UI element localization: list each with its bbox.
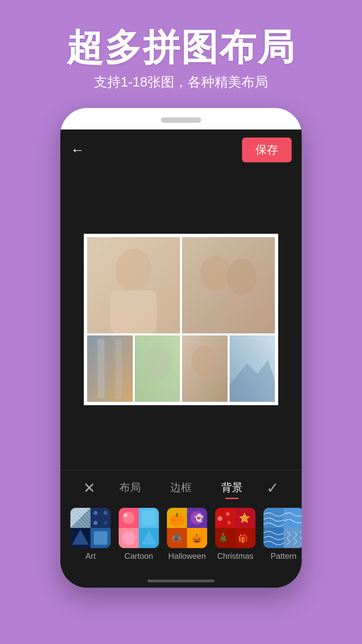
svg-text:🎃: 🎃 [191,533,203,544]
theme-halloween-label: Halloween [168,551,206,561]
svg-point-22 [104,511,108,515]
tab-background[interactable]: 背景 [216,478,248,497]
theme-halloween[interactable]: 👻 🕷️ 🎃 Halloween [167,508,207,561]
home-bar-line [147,580,215,582]
svg-text:⭐: ⭐ [239,513,250,524]
theme-art-thumbnail [70,508,111,548]
collage-cell-1[interactable] [87,237,180,333]
svg-point-24 [104,521,108,525]
svg-rect-54 [284,528,302,548]
svg-rect-10 [98,339,105,398]
theme-scroll[interactable]: Art [60,502,302,564]
canvas-area [60,169,302,470]
home-bar [60,574,302,588]
svg-marker-25 [72,530,89,545]
svg-rect-29 [141,511,156,525]
tab-layout[interactable]: 布局 [114,478,146,497]
collage-bottom-row [87,335,275,402]
svg-point-30 [122,531,135,545]
svg-rect-33 [176,513,178,517]
svg-point-21 [94,511,98,515]
main-title: 超多拼图布局 [66,27,296,67]
svg-point-23 [94,521,98,525]
svg-point-14 [143,346,171,381]
svg-point-2 [115,249,152,292]
tab-border[interactable]: 边框 [165,478,197,497]
collage-cell-5[interactable] [182,335,228,402]
svg-marker-31 [141,531,156,545]
svg-text:❄: ❄ [225,511,230,518]
collage-cell-4[interactable] [135,335,180,402]
theme-pattern[interactable]: Pattern [263,508,302,561]
svg-rect-11 [115,339,122,398]
theme-christmas-label: Christmas [217,551,253,561]
svg-point-7 [227,259,257,295]
svg-point-17 [191,346,218,377]
close-button[interactable]: ✕ [83,479,96,496]
svg-point-6 [200,255,230,292]
tab-bar: ✕ 布局 边框 背景 ✓ [60,470,302,502]
svg-point-28 [123,513,127,517]
top-bar: ← 保存 [60,129,302,169]
collage-frame [84,234,278,405]
save-button[interactable]: 保存 [242,138,292,162]
theme-cartoon[interactable]: Cartoon [119,508,159,561]
svg-text:❄: ❄ [217,515,223,523]
svg-rect-3 [110,290,157,333]
theme-pattern-thumbnail [263,508,302,548]
collage-cell-6[interactable] [230,335,275,402]
svg-text:👻: 👻 [194,514,204,523]
svg-rect-26 [94,531,107,545]
collage-cell-2[interactable] [182,237,275,333]
theme-art-label: Art [85,551,96,561]
phone-mockup: ← 保存 [60,108,302,588]
theme-cartoon-thumbnail [119,508,159,548]
svg-rect-9 [87,335,132,402]
confirm-button[interactable]: ✓ [266,479,279,496]
svg-rect-52 [284,508,302,528]
phone-screen: ← 保存 [60,129,302,588]
header-section: 超多拼图布局 支持1-18张图，各种精美布局 [0,0,362,105]
theme-cartoon-label: Cartoon [124,551,153,561]
theme-halloween-thumbnail: 👻 🕷️ 🎃 [167,508,207,548]
phone-speaker [161,117,201,123]
theme-art[interactable]: Art [70,508,111,561]
theme-christmas-thumbnail: ❄ ❄ ❄ ⭐ [215,508,255,548]
svg-text:❄: ❄ [227,520,231,526]
bottom-panel: ✕ 布局 边框 背景 ✓ [60,470,302,574]
theme-christmas[interactable]: ❄ ❄ ❄ ⭐ [215,508,255,561]
svg-text:🎄: 🎄 [218,532,229,543]
sub-title: 支持1-18张图，各种精美布局 [94,73,268,91]
svg-text:🎁: 🎁 [238,534,248,543]
svg-text:🕷️: 🕷️ [170,532,183,544]
theme-pattern-label: Pattern [270,551,296,561]
back-button[interactable]: ← [70,143,84,157]
collage-cell-3[interactable] [87,335,133,402]
